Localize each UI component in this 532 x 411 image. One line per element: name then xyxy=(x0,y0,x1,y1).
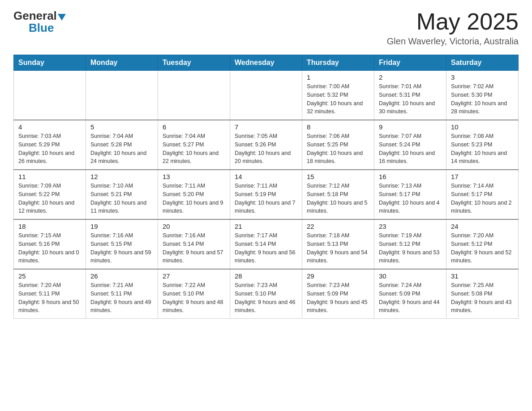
day-number: 7 xyxy=(235,123,297,131)
day-info: Sunrise: 7:04 AMSunset: 5:28 PMDaylight:… xyxy=(90,132,153,166)
day-number: 18 xyxy=(18,223,81,230)
day-info: Sunrise: 7:19 AMSunset: 5:12 PMDaylight:… xyxy=(379,231,442,265)
day-info: Sunrise: 7:16 AMSunset: 5:14 PMDaylight:… xyxy=(163,231,225,265)
calendar-cell: 17Sunrise: 7:14 AMSunset: 5:17 PMDayligh… xyxy=(446,170,519,219)
calendar-cell: 28Sunrise: 7:23 AMSunset: 5:10 PMDayligh… xyxy=(230,269,302,319)
calendar-cell: 4Sunrise: 7:03 AMSunset: 5:29 PMDaylight… xyxy=(14,120,86,170)
calendar-cell: 5Sunrise: 7:04 AMSunset: 5:28 PMDaylight… xyxy=(86,120,158,170)
calendar-cell: 15Sunrise: 7:12 AMSunset: 5:18 PMDayligh… xyxy=(302,170,374,219)
logo-triangle-icon xyxy=(58,14,66,21)
day-info: Sunrise: 7:06 AMSunset: 5:25 PMDaylight:… xyxy=(307,132,369,166)
day-info: Sunrise: 7:20 AMSunset: 5:11 PMDaylight:… xyxy=(18,281,81,315)
calendar-cell: 2Sunrise: 7:01 AMSunset: 5:31 PMDaylight… xyxy=(374,71,446,120)
calendar-cell: 27Sunrise: 7:22 AMSunset: 5:10 PMDayligh… xyxy=(158,269,230,319)
calendar-cell: 19Sunrise: 7:16 AMSunset: 5:15 PMDayligh… xyxy=(86,219,158,269)
page-header: General Blue May 2025 Glen Waverley, Vic… xyxy=(13,9,519,47)
logo-triangle-area xyxy=(57,13,67,19)
calendar-header-row: SundayMondayTuesdayWednesdayThursdayFrid… xyxy=(14,55,519,71)
calendar-cell: 6Sunrise: 7:04 AMSunset: 5:27 PMDaylight… xyxy=(158,120,230,170)
day-number: 24 xyxy=(451,223,514,230)
day-number: 23 xyxy=(379,223,442,230)
location-text: Glen Waverley, Victoria, Australia xyxy=(387,36,519,47)
calendar-week-1: 1Sunrise: 7:00 AMSunset: 5:32 PMDaylight… xyxy=(14,71,519,120)
calendar-cell: 11Sunrise: 7:09 AMSunset: 5:22 PMDayligh… xyxy=(14,170,86,219)
day-info: Sunrise: 7:11 AMSunset: 5:20 PMDaylight:… xyxy=(163,182,225,215)
day-info: Sunrise: 7:18 AMSunset: 5:13 PMDaylight:… xyxy=(307,231,369,265)
day-number: 28 xyxy=(235,272,297,280)
calendar-cell: 18Sunrise: 7:15 AMSunset: 5:16 PMDayligh… xyxy=(14,219,86,269)
calendar-week-3: 11Sunrise: 7:09 AMSunset: 5:22 PMDayligh… xyxy=(14,170,519,219)
day-info: Sunrise: 7:23 AMSunset: 5:09 PMDaylight:… xyxy=(307,281,369,315)
calendar-week-2: 4Sunrise: 7:03 AMSunset: 5:29 PMDaylight… xyxy=(14,120,519,170)
calendar-cell: 12Sunrise: 7:10 AMSunset: 5:21 PMDayligh… xyxy=(86,170,158,219)
calendar-cell: 13Sunrise: 7:11 AMSunset: 5:20 PMDayligh… xyxy=(158,170,230,219)
day-number: 31 xyxy=(451,272,514,280)
calendar-header-tuesday: Tuesday xyxy=(158,55,230,71)
day-number: 27 xyxy=(163,272,225,280)
day-info: Sunrise: 7:11 AMSunset: 5:19 PMDaylight:… xyxy=(235,182,297,215)
calendar-table: SundayMondayTuesdayWednesdayThursdayFrid… xyxy=(13,55,519,319)
day-info: Sunrise: 7:02 AMSunset: 5:30 PMDaylight:… xyxy=(451,82,514,116)
calendar-cell xyxy=(230,71,302,120)
day-info: Sunrise: 7:08 AMSunset: 5:23 PMDaylight:… xyxy=(451,132,514,166)
logo-blue-text: Blue xyxy=(29,21,54,35)
day-info: Sunrise: 7:07 AMSunset: 5:24 PMDaylight:… xyxy=(379,132,442,166)
calendar-week-4: 18Sunrise: 7:15 AMSunset: 5:16 PMDayligh… xyxy=(14,219,519,269)
day-info: Sunrise: 7:23 AMSunset: 5:10 PMDaylight:… xyxy=(235,281,297,315)
day-number: 9 xyxy=(379,123,442,131)
calendar-cell: 16Sunrise: 7:13 AMSunset: 5:17 PMDayligh… xyxy=(374,170,446,219)
day-number: 22 xyxy=(307,223,369,230)
calendar-cell: 25Sunrise: 7:20 AMSunset: 5:11 PMDayligh… xyxy=(14,269,86,319)
day-info: Sunrise: 7:17 AMSunset: 5:14 PMDaylight:… xyxy=(235,231,297,265)
calendar-cell: 7Sunrise: 7:05 AMSunset: 5:26 PMDaylight… xyxy=(230,120,302,170)
day-info: Sunrise: 7:04 AMSunset: 5:27 PMDaylight:… xyxy=(163,132,225,166)
calendar-cell xyxy=(14,71,86,120)
calendar-cell: 3Sunrise: 7:02 AMSunset: 5:30 PMDaylight… xyxy=(446,71,519,120)
calendar-cell: 22Sunrise: 7:18 AMSunset: 5:13 PMDayligh… xyxy=(302,219,374,269)
calendar-header-monday: Monday xyxy=(86,55,158,71)
calendar-cell: 8Sunrise: 7:06 AMSunset: 5:25 PMDaylight… xyxy=(302,120,374,170)
day-number: 25 xyxy=(18,272,81,280)
day-info: Sunrise: 7:01 AMSunset: 5:31 PMDaylight:… xyxy=(379,82,442,116)
day-number: 16 xyxy=(379,173,442,180)
day-number: 8 xyxy=(307,123,369,131)
day-number: 14 xyxy=(235,173,297,180)
day-number: 19 xyxy=(90,223,153,230)
calendar-header-thursday: Thursday xyxy=(302,55,374,71)
day-number: 3 xyxy=(451,73,514,81)
logo: General Blue xyxy=(13,9,67,35)
month-title: May 2025 xyxy=(387,9,519,34)
day-number: 13 xyxy=(163,173,225,180)
day-info: Sunrise: 7:20 AMSunset: 5:12 PMDaylight:… xyxy=(451,231,514,265)
day-info: Sunrise: 7:21 AMSunset: 5:11 PMDaylight:… xyxy=(90,281,153,315)
calendar-header-sunday: Sunday xyxy=(14,55,86,71)
calendar-cell xyxy=(86,71,158,120)
calendar-header-wednesday: Wednesday xyxy=(230,55,302,71)
day-number: 17 xyxy=(451,173,514,180)
day-info: Sunrise: 7:15 AMSunset: 5:16 PMDaylight:… xyxy=(18,231,81,265)
calendar-header-friday: Friday xyxy=(374,55,446,71)
day-number: 12 xyxy=(90,173,153,180)
day-info: Sunrise: 7:09 AMSunset: 5:22 PMDaylight:… xyxy=(18,182,81,215)
calendar-cell: 10Sunrise: 7:08 AMSunset: 5:23 PMDayligh… xyxy=(446,120,519,170)
day-number: 5 xyxy=(90,123,153,131)
day-number: 6 xyxy=(163,123,225,131)
calendar-week-5: 25Sunrise: 7:20 AMSunset: 5:11 PMDayligh… xyxy=(14,269,519,319)
calendar-cell: 9Sunrise: 7:07 AMSunset: 5:24 PMDaylight… xyxy=(374,120,446,170)
day-number: 20 xyxy=(163,223,225,230)
calendar-cell xyxy=(158,71,230,120)
calendar-cell: 31Sunrise: 7:25 AMSunset: 5:08 PMDayligh… xyxy=(446,269,519,319)
day-number: 10 xyxy=(451,123,514,131)
day-info: Sunrise: 7:13 AMSunset: 5:17 PMDaylight:… xyxy=(379,182,442,215)
day-info: Sunrise: 7:05 AMSunset: 5:26 PMDaylight:… xyxy=(235,132,297,166)
calendar-header-saturday: Saturday xyxy=(446,55,519,71)
calendar-cell: 26Sunrise: 7:21 AMSunset: 5:11 PMDayligh… xyxy=(86,269,158,319)
day-info: Sunrise: 7:22 AMSunset: 5:10 PMDaylight:… xyxy=(163,281,225,315)
day-info: Sunrise: 7:24 AMSunset: 5:09 PMDaylight:… xyxy=(379,281,442,315)
day-info: Sunrise: 7:16 AMSunset: 5:15 PMDaylight:… xyxy=(90,231,153,265)
day-number: 4 xyxy=(18,123,81,131)
calendar-cell: 20Sunrise: 7:16 AMSunset: 5:14 PMDayligh… xyxy=(158,219,230,269)
day-number: 30 xyxy=(379,272,442,280)
calendar-cell: 23Sunrise: 7:19 AMSunset: 5:12 PMDayligh… xyxy=(374,219,446,269)
calendar-cell: 21Sunrise: 7:17 AMSunset: 5:14 PMDayligh… xyxy=(230,219,302,269)
